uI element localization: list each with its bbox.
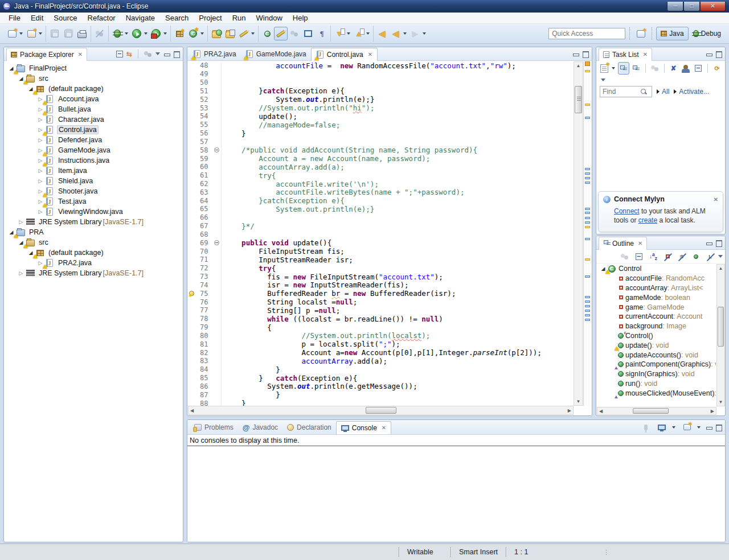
fold-collapse-icon[interactable]	[214, 147, 219, 153]
hide-local-button[interactable]: L	[704, 250, 716, 263]
scroll-right-arrow[interactable]: ▶	[568, 408, 571, 413]
display-console-dropdown[interactable]	[672, 426, 675, 429]
task-repositories-button[interactable]: ⟳	[711, 62, 723, 75]
minimize-window-button[interactable]: ─	[667, 2, 683, 11]
outline-item-updateaccounts--[interactable]: updateAccounts() : void	[597, 350, 716, 360]
code-line[interactable]: 59 Account a = new Account(name, passwor…	[188, 154, 574, 163]
print-button[interactable]	[75, 27, 89, 40]
info-marker[interactable]	[585, 300, 590, 303]
save-button[interactable]	[48, 27, 62, 40]
toggle-highlight-button[interactable]	[274, 27, 288, 40]
scheduled-view-button[interactable]	[630, 62, 642, 75]
code-line[interactable]: 85 } catch(Exception e){	[188, 374, 574, 382]
code-line[interactable]: 54 update();	[188, 112, 574, 121]
open-perspective-button[interactable]	[634, 27, 648, 40]
warn-marker[interactable]	[585, 104, 590, 106]
code-line[interactable]: 53 //System.out.println("hi");	[188, 104, 574, 112]
outline-item-signin-graphics-[interactable]: signIn(Graphics) : void	[597, 369, 716, 379]
filter-all[interactable]: All	[657, 88, 669, 96]
previous-annotation-button[interactable]: ▲	[352, 27, 366, 40]
sync-button[interactable]	[649, 62, 661, 75]
code-line[interactable]: 64 }catch(Exception e){	[188, 196, 574, 205]
scroll-down-arrow[interactable]: ▼	[574, 399, 583, 404]
code-line[interactable]: 68	[188, 230, 574, 239]
debug-dropdown[interactable]	[125, 32, 128, 35]
task-list-tab[interactable]: Task List ✕	[599, 48, 652, 61]
info-marker[interactable]	[585, 168, 590, 170]
code-line[interactable]: 55 //manageMode=false;	[188, 121, 574, 129]
collapse-all-button[interactable]	[116, 51, 123, 57]
debug-button[interactable]	[110, 27, 124, 40]
quick-access-input[interactable]	[548, 28, 625, 39]
vertical-scroll-thumb[interactable]	[575, 86, 582, 113]
find-input[interactable]	[600, 88, 640, 96]
tree-item-viewingwindow-java[interactable]: ▷JViewingWindow.java	[4, 207, 183, 217]
next-annotation-button[interactable]: ▼	[333, 27, 346, 40]
maximize-task-list-button[interactable]	[715, 51, 722, 57]
code-line[interactable]: 74 isr = new InputStreamReader(fis);	[188, 281, 574, 290]
hide-completed-button[interactable]: ✘	[667, 62, 679, 75]
info-marker[interactable]	[585, 296, 590, 298]
code-line[interactable]: 63 accountFile.writeBytes(name + ";"+pas…	[188, 188, 574, 196]
new-java-package-button[interactable]	[173, 27, 186, 40]
back-dropdown[interactable]	[403, 32, 407, 35]
package-explorer-tab[interactable]: Package Explorer ✕	[6, 48, 87, 61]
outline-item-run--[interactable]: run() : void	[597, 379, 716, 389]
code-line[interactable]: 71 InputStreamReader isr;	[188, 256, 574, 264]
menu-refactor[interactable]: Refactor	[83, 13, 121, 23]
tree-item-defender-java[interactable]: ▷JDefender.java	[4, 135, 183, 145]
focus-on-workweek-button[interactable]	[680, 62, 691, 75]
outline-item-update--[interactable]: update() : void	[597, 340, 716, 350]
outline-item-gamemode[interactable]: gameMode : boolean	[597, 293, 716, 302]
new-wizard-dropdown[interactable]	[19, 32, 23, 35]
outline-vscroll-thumb[interactable]	[718, 307, 724, 346]
warn-marker[interactable]	[585, 258, 590, 261]
maximize-console-button[interactable]	[715, 425, 722, 430]
outline-item-control--[interactable]: cControl()	[597, 331, 716, 341]
new-java-project-dropdown[interactable]	[39, 32, 42, 35]
mylyn-close-icon[interactable]: ✕	[714, 196, 718, 203]
activate-link[interactable]: Activate...	[679, 88, 709, 96]
warn-marker[interactable]	[585, 70, 590, 72]
mylyn-create-link[interactable]: create	[638, 216, 657, 224]
outline-item-control[interactable]: ◢CControl	[597, 264, 716, 274]
code-line[interactable]: 86 System.out.println(e.getMessage());	[188, 382, 574, 390]
tree-item-test-java[interactable]: ▷JTest.java	[4, 196, 183, 207]
save-all-button[interactable]	[62, 27, 75, 40]
menu-search[interactable]: Search	[160, 13, 194, 23]
display-console-button[interactable]	[656, 421, 668, 434]
new-wizard-button[interactable]	[5, 27, 19, 40]
open-resource-button[interactable]	[223, 27, 237, 40]
all-link[interactable]: All	[662, 88, 669, 96]
tree-item-shooter-java[interactable]: ▷JShooter.java	[4, 186, 183, 196]
code-line[interactable]: 78 while ((localst = br.readLine()) != n…	[188, 315, 574, 323]
menu-navigate[interactable]: Navigate	[121, 13, 160, 23]
collapsed-arrow-icon[interactable]: ▷	[17, 270, 25, 276]
info-marker[interactable]	[585, 305, 590, 307]
code-line[interactable]: 70 FileInputStream fis;	[188, 247, 574, 256]
tree-item-pra[interactable]: ◢PRA	[4, 227, 183, 237]
new-class-dropdown[interactable]	[200, 32, 204, 35]
code-line[interactable]: 66	[188, 213, 574, 222]
close-tab-icon[interactable]: ✕	[368, 51, 372, 57]
outline-scroll-up[interactable]: ▲	[717, 266, 724, 271]
close-outline-icon[interactable]: ✕	[638, 240, 642, 246]
code-line[interactable]: 83 accountArray.add(a);	[188, 357, 574, 365]
run-external-dropdown[interactable]	[163, 32, 167, 35]
java-perspective-button[interactable]: Java	[656, 27, 688, 40]
code-line[interactable]: 77 String[] p =null;	[188, 306, 574, 315]
info-marker[interactable]	[585, 217, 590, 219]
new-java-project-button[interactable]	[24, 27, 38, 40]
menu-help[interactable]: Help	[288, 13, 313, 23]
collapsed-arrow-icon[interactable]: ▷	[36, 168, 44, 174]
link-with-editor-button[interactable]: ⇆	[126, 50, 132, 58]
sel-marker[interactable]	[585, 61, 590, 66]
pin-console-button[interactable]	[640, 421, 652, 434]
skip-breakpoints-button[interactable]	[93, 27, 107, 40]
last-edit-location-button[interactable]: ◀	[375, 27, 389, 40]
info-marker[interactable]	[585, 182, 590, 184]
outline-item-background[interactable]: background : Image	[597, 322, 716, 331]
open-type-button[interactable]	[210, 27, 223, 40]
close-task-list-icon[interactable]: ✕	[643, 51, 648, 57]
code-line[interactable]: 88 }	[188, 399, 574, 406]
